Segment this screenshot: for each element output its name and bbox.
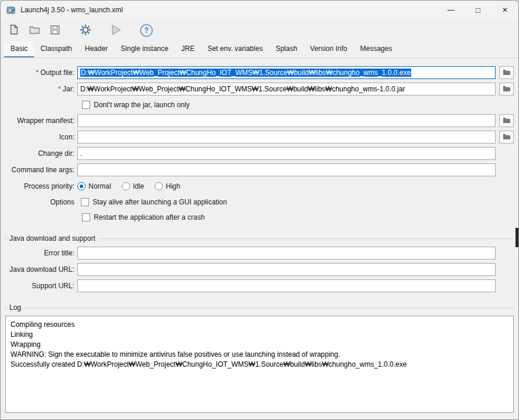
jar-label: *Jar: bbox=[5, 85, 74, 93]
tab-header[interactable]: Header bbox=[78, 42, 114, 57]
tab-jre[interactable]: JRE bbox=[175, 42, 201, 57]
output-file-row: *Output file: D:₩WorkProject₩Web_Project… bbox=[5, 66, 514, 79]
help-icon: ? bbox=[140, 24, 153, 37]
folder-icon bbox=[503, 117, 511, 125]
wrapper-manifest-row: Wrapper manifest: bbox=[5, 114, 514, 127]
minimize-button[interactable]: — bbox=[438, 1, 465, 19]
dont-wrap-row: Dont't wrap the jar, launch only bbox=[82, 99, 514, 111]
stay-alive-checkbox[interactable] bbox=[81, 198, 89, 206]
java-download-url-row: Java download URL: bbox=[5, 263, 514, 276]
tab-messages[interactable]: Messages bbox=[354, 42, 399, 57]
radio-high[interactable] bbox=[155, 182, 163, 190]
dont-wrap-label: Dont't wrap the jar, launch only bbox=[94, 101, 190, 109]
options-label: Options bbox=[5, 198, 74, 206]
stay-alive-label: Stay alive after launching a GUI applica… bbox=[93, 198, 227, 206]
java-download-url-label: Java download URL: bbox=[5, 265, 74, 274]
jar-row: *Jar: D:₩WorkProject₩Web_Project₩ChungHo… bbox=[5, 83, 514, 95]
error-title-row: Error title: bbox=[5, 247, 514, 259]
priority-idle-label: Idle bbox=[133, 182, 144, 190]
restart-row: Restart the application after a crash bbox=[82, 211, 514, 223]
build-gear-icon bbox=[80, 24, 91, 37]
process-priority-row: Process priority: Normal Idle High bbox=[5, 180, 514, 193]
output-file-value: D:₩WorkProject₩Web_Project₩ChungHo_IOT_W… bbox=[80, 69, 411, 77]
icon-input[interactable] bbox=[77, 131, 496, 144]
radio-normal[interactable] bbox=[77, 182, 86, 190]
test-wrapper-button[interactable] bbox=[108, 23, 124, 38]
error-title-label: Error title: bbox=[5, 249, 74, 257]
restart-checkbox[interactable] bbox=[82, 213, 90, 221]
support-url-label: Support URL: bbox=[5, 282, 74, 290]
icon-row: Icon: bbox=[5, 131, 514, 144]
app-icon bbox=[6, 5, 16, 15]
tab-set-env-variables[interactable]: Set env. variables bbox=[201, 42, 269, 57]
tab-basic[interactable]: Basic bbox=[4, 42, 34, 57]
priority-normal-option[interactable]: Normal bbox=[77, 182, 111, 190]
titlebar[interactable]: Launch4j 3.50 - wms_launch.xml — □ ✕ bbox=[1, 1, 518, 19]
jar-browse-button[interactable] bbox=[499, 83, 514, 95]
change-dir-value: . bbox=[80, 149, 82, 158]
log-line: Compiling resources bbox=[11, 320, 508, 330]
save-config-button[interactable] bbox=[47, 23, 63, 38]
priority-high-option[interactable]: High bbox=[155, 182, 180, 190]
tab-single-instance[interactable]: Single instance bbox=[114, 42, 175, 57]
save-icon bbox=[50, 25, 60, 36]
close-button[interactable]: ✕ bbox=[491, 1, 518, 19]
process-priority-label: Process priority: bbox=[5, 182, 74, 190]
log-line: Successfully created D:₩WorkProject₩Web_… bbox=[11, 360, 508, 370]
maximize-button[interactable]: □ bbox=[465, 1, 491, 19]
wrapper-manifest-browse-button[interactable] bbox=[499, 114, 514, 127]
new-file-icon bbox=[10, 25, 18, 36]
folder-icon bbox=[503, 69, 511, 77]
new-config-button[interactable] bbox=[6, 23, 22, 38]
jar-value: D:₩WorkProject₩Web_Project₩ChungHo_IOT_W… bbox=[80, 85, 405, 93]
tab-classpath[interactable]: Classpath bbox=[34, 42, 78, 57]
cmd-args-row: Command line args: bbox=[5, 163, 514, 176]
change-dir-row: Change dir: . bbox=[5, 147, 514, 160]
log-output-area[interactable]: Compiling resources Linking Wrapping WAR… bbox=[5, 316, 514, 413]
required-asterisk: * bbox=[58, 85, 61, 93]
toolbar: ? bbox=[1, 19, 518, 42]
error-title-input[interactable] bbox=[77, 247, 496, 259]
radio-idle[interactable] bbox=[122, 182, 130, 190]
wrapper-manifest-input[interactable] bbox=[77, 114, 496, 127]
window-controls: — □ ✕ bbox=[438, 1, 518, 19]
open-config-button[interactable] bbox=[27, 23, 42, 38]
tab-splash[interactable]: Splash bbox=[269, 42, 304, 57]
icon-label: Icon: bbox=[5, 133, 74, 141]
run-icon bbox=[111, 25, 121, 37]
required-asterisk: * bbox=[36, 69, 39, 77]
icon-browse-button[interactable] bbox=[499, 131, 514, 144]
tab-version-info[interactable]: Version Info bbox=[303, 42, 353, 57]
open-folder-icon bbox=[29, 26, 40, 36]
log-line: Linking bbox=[11, 330, 508, 340]
change-dir-input[interactable]: . bbox=[77, 147, 496, 160]
output-file-input[interactable]: D:₩WorkProject₩Web_Project₩ChungHo_IOT_W… bbox=[77, 66, 496, 79]
restart-label: Restart the application after a crash bbox=[94, 213, 204, 221]
output-file-browse-button[interactable] bbox=[499, 66, 514, 79]
output-file-label: *Output file: bbox=[5, 69, 74, 77]
java-download-url-input[interactable] bbox=[77, 263, 496, 276]
launch4j-window: Launch4j 3.50 - wms_launch.xml — □ ✕ bbox=[0, 0, 519, 420]
screen-edge-artifact bbox=[515, 228, 518, 247]
stay-alive-row: Options Stay alive after launching a GUI… bbox=[5, 196, 514, 208]
priority-high-label: High bbox=[166, 182, 180, 190]
build-wrapper-button[interactable] bbox=[78, 23, 93, 38]
dont-wrap-checkbox[interactable] bbox=[82, 101, 90, 109]
titlebar-left: Launch4j 3.50 - wms_launch.xml bbox=[1, 5, 438, 15]
cmd-args-input[interactable] bbox=[77, 163, 496, 176]
java-support-group-title: Java download and support bbox=[5, 234, 514, 243]
basic-tab-panel: *Output file: D:₩WorkProject₩Web_Project… bbox=[1, 58, 518, 413]
about-button[interactable]: ? bbox=[139, 23, 154, 38]
log-group-title: Log bbox=[5, 303, 514, 312]
wrapper-manifest-label: Wrapper manifest: bbox=[5, 117, 74, 125]
change-dir-label: Change dir: bbox=[5, 149, 74, 158]
support-url-input[interactable] bbox=[77, 279, 496, 292]
log-line: Wrapping bbox=[11, 340, 508, 350]
priority-normal-label: Normal bbox=[88, 182, 111, 190]
folder-icon bbox=[503, 85, 511, 94]
priority-idle-option[interactable]: Idle bbox=[122, 182, 144, 190]
process-priority-group: Normal Idle High bbox=[77, 182, 180, 190]
cmd-args-label: Command line args: bbox=[5, 166, 74, 174]
folder-icon bbox=[503, 133, 511, 142]
jar-input[interactable]: D:₩WorkProject₩Web_Project₩ChungHo_IOT_W… bbox=[77, 83, 496, 95]
